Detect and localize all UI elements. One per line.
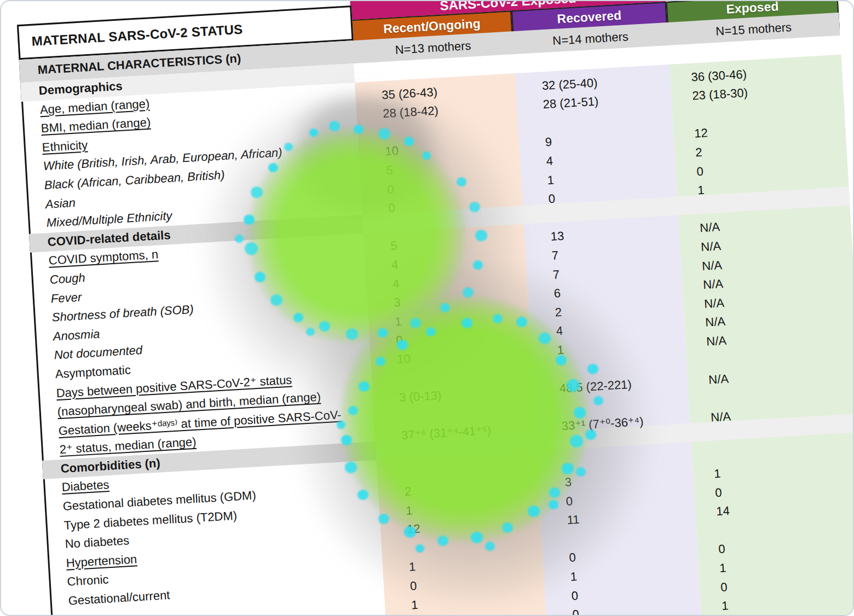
virus-spike-speckles-icon xyxy=(1,1,7,6)
table-title: MATERNAL SARS-CoV-2 STATUS xyxy=(31,22,243,49)
figure-page: SARS-CoV-2 Exposed Recent/Ongoing (R/O) … xyxy=(0,0,854,616)
tilted-table: SARS-CoV-2 Exposed Recent/Ongoing (R/O) … xyxy=(11,0,837,35)
virus-spike-speckles-icon xyxy=(1,1,7,6)
table-rows: DemographicsAge, median (range)35 (26-43… xyxy=(20,36,854,616)
